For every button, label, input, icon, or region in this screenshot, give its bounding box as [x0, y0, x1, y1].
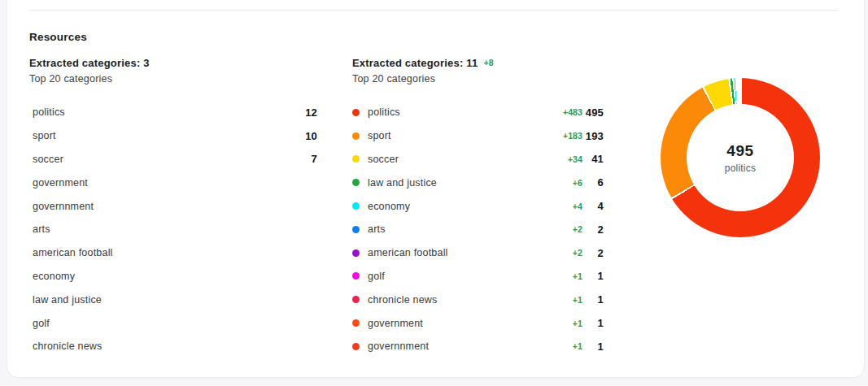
- category-label: sport: [33, 130, 56, 141]
- category-list-baseline: politics 12 sport 10 soccer 7 government…: [29, 101, 317, 358]
- category-label: american football: [368, 247, 448, 258]
- panel-title: Extracted categories: 11 +8: [352, 57, 604, 70]
- category-label: arts: [368, 223, 386, 235]
- category-count: 495: [582, 106, 604, 119]
- category-value: 10: [305, 130, 317, 142]
- category-label: golf: [368, 271, 385, 282]
- category-count: 1: [582, 340, 604, 353]
- category-delta: +183: [563, 131, 582, 141]
- category-label: chronicle news: [368, 294, 437, 306]
- category-count: 1: [582, 293, 604, 306]
- category-label: government: [368, 318, 423, 329]
- category-row: sport +183 193: [352, 124, 604, 148]
- category-row: golf +1 1: [352, 265, 604, 288]
- category-label: governnment: [368, 340, 429, 352]
- category-label: law and justice: [33, 294, 102, 306]
- category-list-current: politics +483 495 sport +183 193 soccer …: [352, 101, 604, 358]
- page-title: Resources: [29, 31, 87, 43]
- category-delta: +1: [573, 319, 582, 328]
- donut-center: 495 politics: [687, 104, 794, 211]
- category-delta: +6: [573, 178, 582, 188]
- category-row: soccer +34 41: [352, 148, 604, 171]
- category-row: law and justice +6 6: [352, 171, 604, 194]
- panel-subtitle: Top 20 categories: [29, 72, 317, 85]
- category-row: economy +4 4: [352, 194, 604, 218]
- category-label: government: [33, 177, 88, 189]
- category-count: 41: [582, 153, 604, 165]
- category-row: soccer 7: [29, 148, 317, 171]
- category-row: law and justice: [29, 288, 317, 311]
- category-row: chronicle news: [29, 335, 317, 358]
- category-row: arts +2 2: [352, 218, 604, 241]
- category-count: 193: [582, 130, 604, 142]
- category-label: arts: [33, 223, 50, 235]
- category-value: 7: [312, 153, 317, 165]
- category-color-dot-icon: [352, 226, 360, 233]
- category-color-dot-icon: [352, 249, 360, 257]
- category-label: economy: [33, 271, 75, 282]
- category-count: 6: [582, 176, 604, 189]
- category-delta: +34: [568, 154, 582, 164]
- category-row: governnment: [29, 194, 317, 218]
- category-label: law and justice: [368, 177, 437, 189]
- category-count: 2: [582, 223, 604, 236]
- category-label: chronicle news: [33, 340, 102, 352]
- category-delta: +483: [563, 107, 582, 117]
- category-delta: +1: [573, 295, 582, 305]
- donut-center-value: 495: [726, 142, 754, 160]
- category-row: arts: [29, 218, 317, 241]
- category-color-dot-icon: [352, 202, 360, 210]
- category-row: government: [29, 171, 317, 194]
- category-row: golf: [29, 311, 317, 335]
- category-label: economy: [368, 201, 410, 212]
- category-color-dot-icon: [352, 343, 360, 350]
- category-row: chronicle news +1 1: [352, 288, 604, 311]
- category-row: american football: [29, 241, 317, 265]
- category-color-dot-icon: [352, 155, 360, 163]
- category-row: economy: [29, 265, 317, 288]
- category-count: 1: [582, 270, 604, 282]
- category-color-dot-icon: [352, 132, 360, 140]
- donut-center-label: politics: [725, 163, 756, 174]
- category-delta: +2: [573, 248, 582, 258]
- category-label: soccer: [33, 154, 63, 165]
- category-label: sport: [368, 130, 391, 141]
- panel-title: Extracted categories: 3: [29, 57, 317, 70]
- donut-chart[interactable]: 495 politics: [661, 78, 820, 237]
- category-label: american football: [33, 247, 113, 258]
- panel-title-text: Extracted categories: 11: [352, 57, 478, 70]
- category-color-dot-icon: [352, 319, 360, 327]
- extracted-categories-panel-current: Extracted categories: 11 +8 Top 20 categ…: [352, 57, 604, 358]
- category-row: government +1 1: [352, 311, 604, 335]
- category-delta: +1: [573, 271, 582, 281]
- category-delta: +4: [573, 202, 582, 211]
- category-label: governnment: [33, 201, 94, 212]
- top-divider: [29, 10, 838, 11]
- category-label: politics: [368, 106, 400, 118]
- extracted-categories-panel-baseline: Extracted categories: 3 Top 20 categorie…: [29, 57, 317, 358]
- category-color-dot-icon: [352, 272, 360, 280]
- category-color-dot-icon: [352, 296, 360, 303]
- panel-title-delta-badge: +8: [483, 56, 493, 69]
- category-color-dot-icon: [352, 109, 360, 116]
- category-count: 1: [582, 317, 604, 329]
- category-count: 4: [582, 200, 604, 212]
- category-color-dot-icon: [352, 179, 360, 186]
- category-count: 2: [582, 247, 604, 259]
- category-label: politics: [33, 106, 65, 118]
- category-value: 12: [305, 106, 317, 119]
- category-label: soccer: [368, 154, 399, 165]
- category-row: american football +2 2: [352, 241, 604, 265]
- category-row: governnment +1 1: [352, 335, 604, 358]
- category-delta: +1: [573, 341, 582, 351]
- category-label: golf: [33, 318, 50, 329]
- category-delta: +2: [573, 224, 582, 234]
- panel-subtitle: Top 20 categories: [352, 72, 604, 85]
- category-row: politics 12: [29, 101, 317, 124]
- panel-title-text: Extracted categories: 3: [29, 57, 150, 70]
- category-row: sport 10: [29, 124, 317, 148]
- category-row: politics +483 495: [352, 101, 604, 124]
